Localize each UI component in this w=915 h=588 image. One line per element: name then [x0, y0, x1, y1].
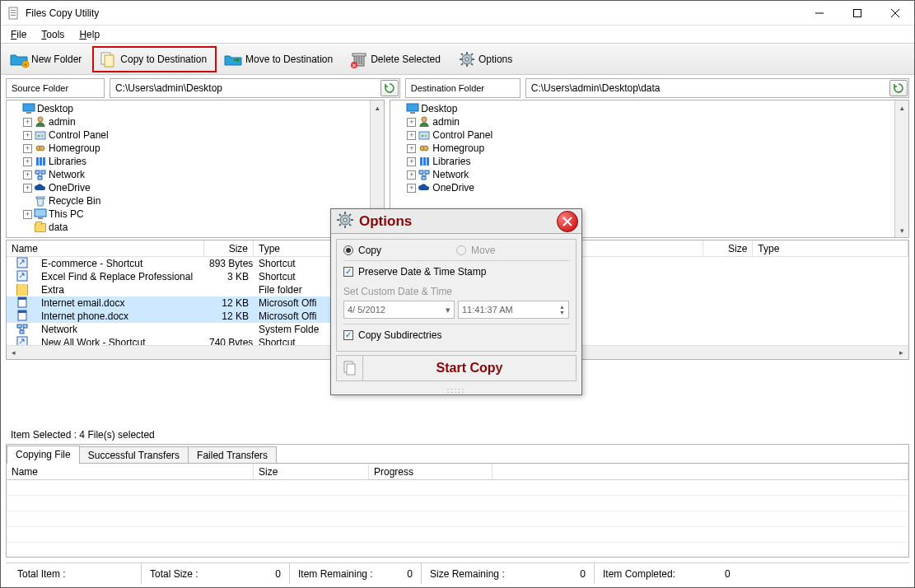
- menu-file[interactable]: File: [11, 29, 26, 40]
- copy-to-destination-button[interactable]: Copy to Destination: [92, 46, 217, 72]
- expand-toggle[interactable]: +: [23, 210, 32, 219]
- destination-path-input[interactable]: [526, 80, 889, 96]
- tree-item[interactable]: data: [7, 221, 370, 234]
- tree-item[interactable]: +admin: [7, 115, 370, 128]
- expand-toggle[interactable]: +: [407, 184, 416, 193]
- delete-icon: ✕: [348, 49, 371, 69]
- svg-rect-61: [410, 112, 415, 114]
- source-tree[interactable]: Desktop+admin+Control Panel+Homegroup+Li…: [7, 100, 370, 237]
- minimize-button[interactable]: [801, 1, 838, 26]
- col-name[interactable]: Name: [7, 240, 204, 256]
- list-item[interactable]: Excel Find & Replace Professional3 KBSho…: [7, 270, 384, 283]
- user-icon: [418, 116, 431, 128]
- col-progress[interactable]: Progress: [369, 464, 493, 479]
- col-size[interactable]: Size: [204, 240, 254, 256]
- expand-toggle[interactable]: +: [407, 144, 416, 153]
- tree-item[interactable]: +Libraries: [390, 155, 894, 168]
- expand-toggle[interactable]: +: [23, 184, 32, 193]
- destination-refresh-button[interactable]: [889, 80, 908, 96]
- start-copy-button[interactable]: Start Copy: [363, 361, 576, 376]
- svg-line-26: [471, 63, 473, 65]
- list-item[interactable]: NetworkSystem Folde: [7, 323, 384, 336]
- col-size[interactable]: Size: [254, 464, 369, 479]
- source-refresh-button[interactable]: [380, 80, 399, 96]
- lib-icon: [34, 156, 47, 167]
- menubar: File Tools Help: [1, 26, 914, 44]
- svg-rect-73: [422, 176, 426, 180]
- cloud-icon: [418, 182, 431, 194]
- col-type[interactable]: Type: [753, 240, 908, 256]
- svg-rect-60: [407, 104, 418, 111]
- list-item[interactable]: Internet phone.docx12 KBMicrosoft Offi: [7, 310, 384, 323]
- tree-item[interactable]: +Control Panel: [7, 128, 370, 142]
- expand-toggle[interactable]: +: [407, 118, 416, 127]
- tree-item[interactable]: +Homegroup: [390, 142, 894, 155]
- tree-item[interactable]: +Libraries: [7, 155, 370, 168]
- source-file-list[interactable]: Name Size Type E-commerce - Shortcut893 …: [6, 240, 385, 360]
- options-dialog-close-button[interactable]: [557, 211, 578, 232]
- time-picker[interactable]: 11:41:37 AM▲▼: [458, 301, 569, 319]
- tree-item[interactable]: +OneDrive: [7, 181, 370, 194]
- expand-toggle[interactable]: +: [407, 170, 416, 180]
- tab-failed-transfers[interactable]: Failed Transfers: [188, 446, 277, 463]
- tree-item[interactable]: +This PC: [7, 208, 370, 221]
- expand-toggle[interactable]: +: [23, 131, 32, 140]
- svg-rect-40: [35, 170, 40, 174]
- app-window: Files Copy Utility File Tools Help ✶ New…: [0, 0, 915, 588]
- options-dialog: Options Copy Move Preserve Date & Time S…: [330, 208, 582, 395]
- shortcut-icon: [12, 270, 33, 284]
- svg-rect-11: [105, 55, 114, 67]
- maximize-button[interactable]: [838, 1, 876, 26]
- options-button[interactable]: Options: [451, 46, 521, 72]
- col-size[interactable]: Size: [703, 240, 753, 256]
- tree-item[interactable]: Recycle Bin: [7, 194, 370, 208]
- col-name[interactable]: Name: [7, 464, 254, 479]
- source-list-hscroll[interactable]: ◂▸: [7, 345, 384, 359]
- date-picker[interactable]: 4/ 5/2012▾: [343, 301, 455, 319]
- cp-icon: [418, 129, 431, 141]
- tree-item[interactable]: Desktop: [390, 102, 894, 115]
- tree-item[interactable]: Desktop: [7, 102, 370, 115]
- bin-icon: [34, 195, 47, 207]
- tree-item[interactable]: +Network: [390, 168, 894, 181]
- delete-selected-button[interactable]: ✕ Delete Selected: [343, 46, 450, 72]
- source-path-input[interactable]: [110, 80, 380, 96]
- svg-rect-49: [17, 271, 27, 281]
- checkbox-copy-subdirectories[interactable]: Copy Subdirectries: [343, 324, 569, 346]
- svg-rect-69: [423, 157, 426, 166]
- list-item[interactable]: Internet email.docx12 KBMicrosoft Offi: [7, 296, 384, 310]
- expand-toggle[interactable]: +: [23, 157, 32, 166]
- tree-item[interactable]: +OneDrive: [390, 181, 894, 194]
- new-folder-button[interactable]: ✶ New Folder: [4, 46, 91, 72]
- svg-rect-63: [419, 132, 429, 139]
- expand-toggle[interactable]: +: [23, 144, 32, 153]
- expand-toggle[interactable]: +: [23, 170, 32, 180]
- cloud-icon: [34, 182, 47, 194]
- tree-item[interactable]: +admin: [390, 115, 894, 128]
- expand-toggle[interactable]: +: [407, 131, 416, 140]
- svg-rect-38: [40, 157, 42, 166]
- menu-tools[interactable]: Tools: [41, 29, 64, 40]
- svg-rect-37: [36, 157, 39, 166]
- tab-copying-file[interactable]: Copying File: [7, 446, 80, 464]
- close-button[interactable]: [876, 1, 914, 26]
- move-to-destination-button[interactable]: Move to Destination: [218, 46, 342, 72]
- expand-toggle[interactable]: +: [407, 157, 416, 166]
- menu-help[interactable]: Help: [79, 29, 100, 40]
- tree-item[interactable]: +Network: [7, 168, 370, 181]
- tree-item[interactable]: +Control Panel: [390, 128, 894, 142]
- expand-toggle[interactable]: +: [23, 118, 32, 127]
- svg-point-62: [422, 117, 427, 122]
- radio-move[interactable]: Move: [456, 245, 569, 256]
- table-row: [7, 496, 908, 511]
- destination-tree-scrollbar[interactable]: ▴▾: [894, 100, 908, 237]
- list-item[interactable]: E-commerce - Shortcut893 BytesShortcut: [7, 257, 384, 270]
- list-item[interactable]: New All Work - Shortcut740 BytesShortcut: [7, 336, 384, 345]
- radio-copy[interactable]: Copy: [343, 245, 456, 256]
- checkbox-preserve-datetime[interactable]: Preserve Date & Time Stamp: [343, 261, 569, 282]
- tree-item[interactable]: +Homegroup: [7, 142, 370, 155]
- doc-icon: [12, 310, 33, 324]
- list-item[interactable]: ExtraFile folder: [7, 283, 384, 296]
- resize-grip[interactable]: :::::: [331, 386, 581, 394]
- tab-successful-transfers[interactable]: Successful Transfers: [79, 446, 189, 463]
